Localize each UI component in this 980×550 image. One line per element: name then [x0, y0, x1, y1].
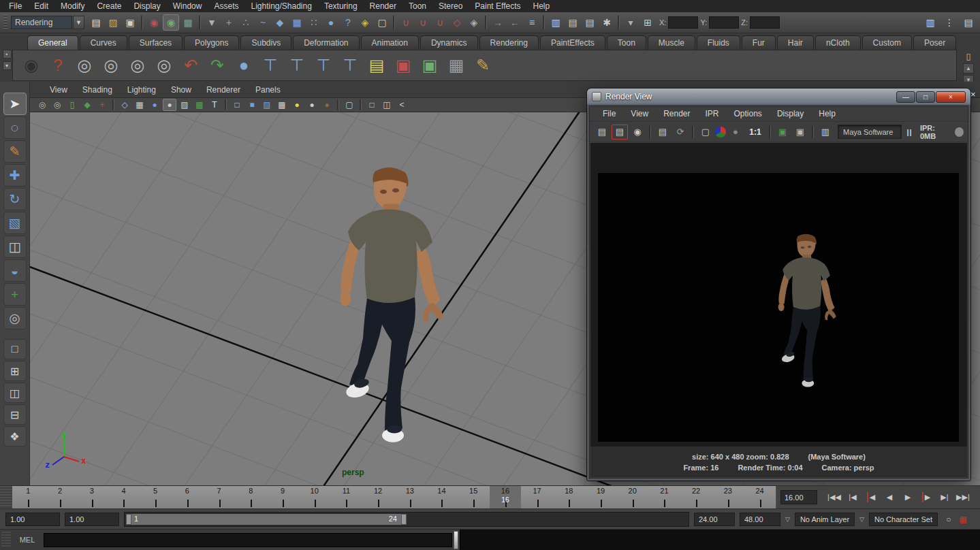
frame-cell[interactable]: 7 [203, 486, 235, 508]
textured-mode-icon[interactable]: ▩ [193, 99, 206, 111]
menu-item[interactable]: File [3, 1, 28, 12]
scale-tool[interactable]: ▧ [3, 212, 27, 234]
menu-collapse-icon[interactable]: ▪ [3, 50, 12, 59]
range-slider[interactable]: 1 24 [124, 512, 689, 527]
film-gate-icon[interactable]: ◎ [50, 99, 64, 111]
minimize-button[interactable]: — [896, 91, 915, 103]
default-material-icon[interactable]: □ [230, 99, 244, 111]
universal-manipulator-tool[interactable]: ◫ [3, 236, 27, 258]
character-set-dropdown-arrow[interactable]: ▽ [859, 516, 864, 523]
hypershade-persp-layout[interactable]: ❖ [3, 426, 27, 447]
output-connections-icon[interactable]: ← [507, 14, 523, 31]
render-view-menu-item[interactable]: Render [656, 109, 697, 118]
shelf-tab[interactable]: Curves [80, 35, 127, 50]
coord-input[interactable] [668, 16, 698, 29]
playback-start-input[interactable] [65, 513, 119, 526]
animation-key-settings-icon[interactable]: ○ [943, 513, 955, 525]
shelf-tab[interactable]: Dynamics [420, 35, 478, 50]
render-view-menu-item[interactable]: Options [727, 109, 770, 118]
command-line-mode-label[interactable]: MEL [11, 536, 44, 544]
menu-item[interactable]: Paint Effects [469, 1, 526, 12]
animation-end-input[interactable] [740, 513, 780, 526]
rendered-image[interactable] [598, 173, 959, 442]
select-hierarchy-icon[interactable]: ◉ [146, 14, 162, 31]
new-scene-icon[interactable]: ▤ [88, 14, 104, 31]
unparent-icon[interactable]: ⊤ [338, 54, 362, 77]
keep-image-icon[interactable]: ▣ [774, 125, 791, 140]
resolution-gate-icon[interactable]: ▯ [65, 99, 79, 111]
menu-item[interactable]: Render [364, 1, 402, 12]
highlight-selection-icon[interactable]: ▢ [374, 14, 390, 31]
menu-item[interactable]: Display [127, 1, 166, 12]
viewport-menu-item[interactable]: Shading [75, 85, 120, 95]
range-start-handle[interactable] [126, 514, 131, 525]
plugin-pane-icon[interactable]: □ [365, 99, 379, 111]
menu-item[interactable]: Help [527, 1, 556, 12]
frame-cell[interactable]: 2 [44, 486, 76, 508]
smooth-icon[interactable]: ▦ [445, 54, 468, 77]
shelf-tab[interactable]: Hair [777, 35, 814, 50]
close-button[interactable]: × [936, 91, 966, 103]
menu-set-dropdown[interactable]: Rendering [11, 16, 72, 29]
rotate-tool[interactable]: ↻ [3, 188, 27, 210]
menu-item[interactable]: Toon [402, 1, 432, 12]
wireframe-mode-icon[interactable]: ◇ [118, 99, 131, 111]
frame-cell[interactable]: 16 16 [490, 486, 522, 508]
texture-placement-icon[interactable]: T [208, 99, 221, 111]
shelf-tab[interactable]: Toon [607, 35, 646, 50]
menu-set-dropdown-arrow[interactable]: ▼ [73, 16, 84, 29]
character-set-selector[interactable]: No Character Set [869, 513, 938, 526]
shelf-tab[interactable]: Deformation [293, 35, 359, 50]
frame-cell[interactable]: 20 [616, 486, 648, 508]
move-tool[interactable]: ✚ [3, 164, 27, 187]
snap-view-plane-icon[interactable]: ◇ [449, 14, 465, 31]
render-view-menu-item[interactable]: Display [770, 109, 811, 118]
shelf-tab[interactable]: Animation [361, 35, 419, 50]
persp-graph-layout[interactable]: ⊟ [3, 404, 27, 425]
group-icon[interactable]: ⊤ [259, 54, 282, 77]
undo-icon[interactable]: ↶ [179, 54, 202, 77]
select-object-icon[interactable]: ◉ [163, 14, 179, 31]
coord-mode-icon[interactable]: ⊞ [639, 14, 656, 31]
render-view-menu-item[interactable]: IPR [698, 109, 727, 118]
hypergraph-icon[interactable]: ▤ [365, 54, 388, 77]
channel-box-icon[interactable]: ▥ [922, 14, 938, 31]
mask-joints-icon[interactable]: ∴ [238, 14, 254, 31]
drag-handle[interactable] [0, 486, 12, 508]
shelf-tab[interactable]: PaintEffects [540, 35, 605, 50]
ungroup-icon[interactable]: ⊤ [285, 54, 309, 77]
frame-cell[interactable]: 3 [76, 486, 108, 508]
share-view-icon[interactable]: < [395, 99, 409, 111]
attribute-editor-icon[interactable]: ▤ [960, 14, 977, 31]
frame-cell[interactable]: 19 [585, 486, 617, 508]
frame-cell[interactable]: 15 [458, 486, 490, 508]
shaded-cube-icon[interactable]: ■ [245, 99, 259, 111]
show-manipulator-tool[interactable]: + [3, 283, 27, 306]
parent-icon[interactable]: ⊤ [312, 54, 335, 77]
shelf-tab[interactable]: Subdivs [240, 35, 291, 50]
frame-ruler[interactable]: 1 2 3 4 5 6 7 8 [12, 486, 776, 508]
single-pane-layout[interactable]: □ [3, 339, 27, 359]
shelf-tab[interactable]: nCloth [815, 35, 861, 50]
gate-mask-icon[interactable]: ◆ [80, 99, 94, 111]
frame-cell[interactable]: 17 [521, 486, 553, 508]
soft-modification-tool[interactable]: ◒ [3, 259, 27, 282]
isolate-select-icon[interactable]: ▢ [343, 99, 356, 111]
duplicate-icon[interactable]: ▣ [392, 54, 415, 77]
checker-material-icon[interactable]: ▩ [275, 99, 289, 111]
lock-selection-icon[interactable]: ◈ [357, 14, 373, 31]
transparent-cube-icon[interactable]: ▧ [260, 99, 274, 111]
frame-cell[interactable]: 9 [267, 486, 299, 508]
lasso-tool[interactable]: ◌ [3, 116, 27, 139]
outliner-persp-layout[interactable]: ◫ [3, 383, 27, 403]
current-time-input[interactable] [780, 490, 817, 504]
viewport-menu-item[interactable]: View [42, 85, 75, 95]
grid-toggle-icon[interactable]: ◎ [35, 99, 49, 111]
help-line-icon[interactable]: ? [46, 54, 69, 77]
anim-layer-selector[interactable]: No Anim Layer [795, 513, 855, 526]
remove-image-icon[interactable]: ▣ [792, 125, 808, 140]
camera-move-icon[interactable]: ◎ [126, 54, 149, 77]
four-pane-layout[interactable]: ⊞ [3, 361, 27, 381]
playblast-icon[interactable]: ◉ [20, 54, 43, 77]
menu-item[interactable]: Modify [54, 1, 91, 12]
